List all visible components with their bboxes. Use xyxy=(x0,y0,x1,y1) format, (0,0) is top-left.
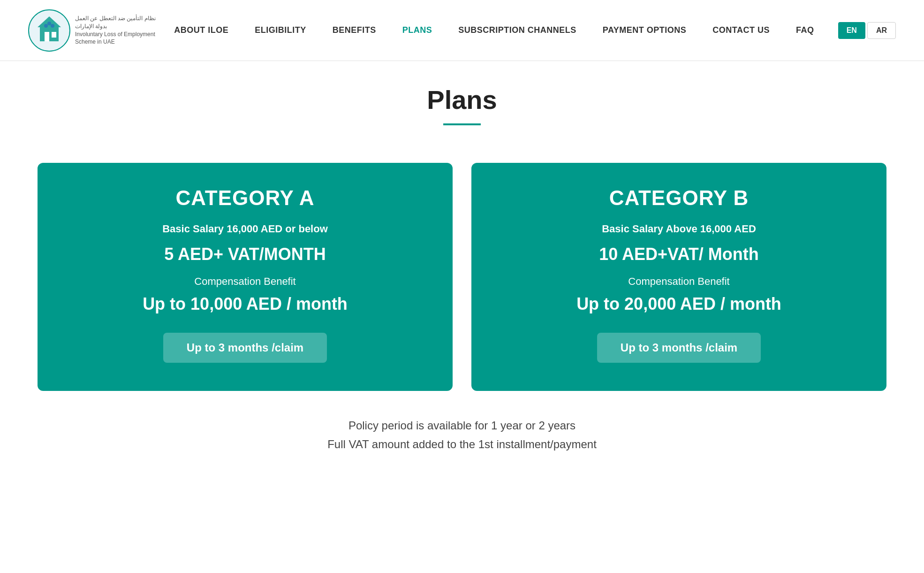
nav-item-subscription[interactable]: SUBSCRIPTION CHANNELS xyxy=(445,22,590,39)
category-b-compensation-label: Compensation Benefit xyxy=(500,275,858,288)
language-switcher: EN AR xyxy=(838,22,896,39)
category-a-claim-badge: Up to 3 months /claim xyxy=(163,333,327,363)
nav-item-contact[interactable]: CONTACT US xyxy=(699,22,783,39)
category-b-salary: Basic Salary Above 16,000 AED xyxy=(500,223,858,235)
category-b-title: CATEGORY B xyxy=(500,186,858,210)
nav-item-plans[interactable]: PLANS xyxy=(389,22,446,39)
site-header: نظام التأمين ضد التعطل عن العمل بدولة ال… xyxy=(0,0,924,61)
main-content: Plans CATEGORY A Basic Salary 16,000 AED… xyxy=(0,61,924,475)
svg-point-5 xyxy=(51,24,54,28)
footer-note-2: Full VAT amount added to the 1st install… xyxy=(28,438,896,451)
category-a-card: CATEGORY A Basic Salary 16,000 AED or be… xyxy=(38,163,453,391)
svg-rect-3 xyxy=(52,32,56,38)
category-b-price: 10 AED+VAT/ Month xyxy=(500,244,858,264)
logo-text-block: نظام التأمين ضد التعطل عن العمل بدولة ال… xyxy=(75,15,159,46)
footer-note-1: Policy period is available for 1 year or… xyxy=(28,419,896,432)
category-b-claim-badge: Up to 3 months /claim xyxy=(597,333,761,363)
nav-item-about[interactable]: ABOUT ILOE xyxy=(161,22,242,39)
category-a-compensation-amount: Up to 10,000 AED / month xyxy=(66,294,424,314)
categories-section: CATEGORY A Basic Salary 16,000 AED or be… xyxy=(28,163,896,391)
page-title-section: Plans xyxy=(28,61,896,139)
category-a-salary: Basic Salary 16,000 AED or below xyxy=(66,223,424,235)
svg-rect-2 xyxy=(45,32,49,41)
category-a-price: 5 AED+ VAT/MONTH xyxy=(66,244,424,264)
nav-item-benefits[interactable]: BENEFITS xyxy=(319,22,389,39)
site-logo xyxy=(28,9,70,52)
logo-english: Involuntary Loss of Employment Scheme in… xyxy=(75,31,159,46)
category-b-compensation-amount: Up to 20,000 AED / month xyxy=(500,294,858,314)
lang-ar-button[interactable]: AR xyxy=(867,22,896,39)
main-nav: ABOUT ILOEELIGIBILITYBENEFITSPLANSSUBSCR… xyxy=(159,22,829,39)
category-b-card: CATEGORY B Basic Salary Above 16,000 AED… xyxy=(471,163,886,391)
logo-area: نظام التأمين ضد التعطل عن العمل بدولة ال… xyxy=(28,9,159,52)
category-a-compensation-label: Compensation Benefit xyxy=(66,275,424,288)
nav-item-payment[interactable]: PAYMENT OPTIONS xyxy=(590,22,700,39)
svg-point-6 xyxy=(47,22,51,25)
nav-item-faq[interactable]: FAQ xyxy=(783,22,827,39)
footer-note: Policy period is available for 1 year or… xyxy=(28,391,896,475)
svg-point-4 xyxy=(44,24,48,28)
page-title: Plans xyxy=(28,84,896,115)
logo-arabic: نظام التأمين ضد التعطل عن العمل بدولة ال… xyxy=(75,15,159,31)
title-underline xyxy=(443,123,481,125)
category-a-title: CATEGORY A xyxy=(66,186,424,210)
nav-item-eligibility[interactable]: ELIGIBILITY xyxy=(242,22,319,39)
lang-en-button[interactable]: EN xyxy=(838,22,865,39)
